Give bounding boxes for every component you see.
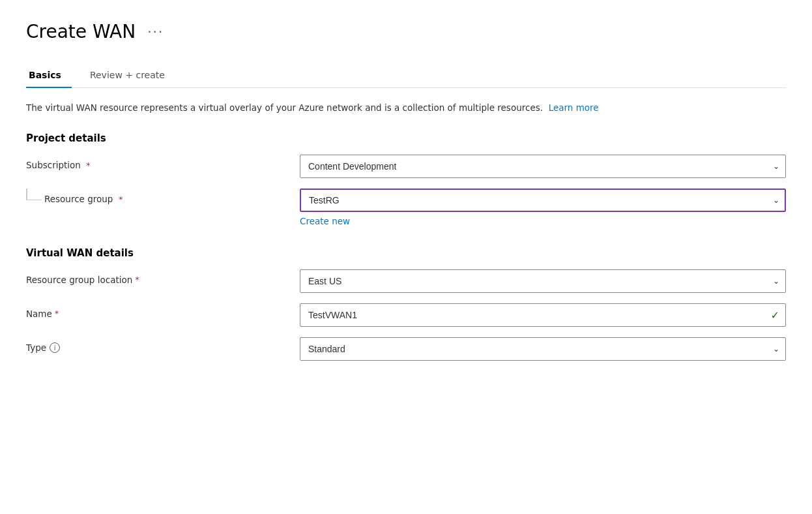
location-select[interactable]: East US — [300, 269, 786, 293]
tab-bar: Basics Review + create — [26, 63, 786, 88]
tab-basics[interactable]: Basics — [26, 63, 72, 88]
resource-group-control: TestRG ⌄ Create new — [300, 189, 786, 226]
wan-details-title: Virtual WAN details — [26, 247, 786, 259]
page-header: Create WAN ··· — [26, 21, 786, 42]
name-label: Name — [26, 309, 52, 319]
project-details-section: Project details Subscription * Content D… — [26, 132, 786, 226]
subscription-required-star: * — [86, 160, 91, 170]
type-select-wrapper: Basic Standard ⌄ — [300, 337, 786, 361]
location-select-wrapper: East US ⌄ — [300, 269, 786, 293]
type-select[interactable]: Basic Standard — [300, 337, 786, 361]
indent-container — [26, 189, 42, 200]
create-new-link[interactable]: Create new — [300, 216, 350, 226]
location-label: Resource group location — [26, 275, 132, 285]
page-title: Create WAN — [26, 21, 136, 42]
name-required-star: * — [55, 309, 59, 318]
subscription-row: Subscription * Content Development ⌄ — [26, 155, 786, 178]
resource-group-label: Resource group — [44, 194, 113, 204]
resource-group-select-wrapper: TestRG ⌄ — [300, 189, 786, 212]
name-input[interactable] — [300, 303, 786, 327]
indent-vertical-line — [26, 189, 27, 200]
subscription-select-wrapper: Content Development ⌄ — [300, 155, 786, 178]
wan-details-section: Virtual WAN details Resource group locat… — [26, 247, 786, 361]
location-row: Resource group location * East US ⌄ — [26, 269, 786, 293]
type-row: Type i Basic Standard ⌄ — [26, 337, 786, 361]
rg-label-wrapper: Resource group * — [42, 189, 123, 204]
page-description: The virtual WAN resource represents a vi… — [26, 101, 743, 114]
name-row: Name * ✓ — [26, 303, 786, 327]
type-label: Type — [26, 342, 46, 353]
more-options-button[interactable]: ··· — [143, 22, 167, 42]
subscription-label-col: Subscription * — [26, 155, 300, 178]
resource-group-required-star: * — [119, 194, 123, 204]
subscription-select[interactable]: Content Development — [300, 155, 786, 178]
resource-group-row: Resource group * TestRG ⌄ Create new — [26, 189, 786, 226]
tab-review-create[interactable]: Review + create — [87, 63, 175, 88]
subscription-control: Content Development ⌄ — [300, 155, 786, 178]
type-control: Basic Standard ⌄ — [300, 337, 786, 361]
resource-group-label-col: Resource group * — [26, 189, 300, 226]
indent-horizontal-line — [27, 200, 42, 200]
learn-more-link[interactable]: Learn more — [549, 102, 599, 113]
name-valid-check-icon: ✓ — [771, 309, 779, 322]
name-control: ✓ — [300, 303, 786, 327]
type-label-col: Type i — [26, 337, 300, 353]
location-required-star: * — [135, 275, 139, 284]
location-control: East US ⌄ — [300, 269, 786, 293]
type-info-icon[interactable]: i — [50, 342, 60, 353]
location-label-col: Resource group location * — [26, 269, 300, 285]
name-input-wrapper: ✓ — [300, 303, 786, 327]
subscription-label: Subscription — [26, 160, 81, 170]
resource-group-select[interactable]: TestRG — [300, 189, 786, 212]
project-details-title: Project details — [26, 132, 786, 144]
name-label-col: Name * — [26, 303, 300, 319]
